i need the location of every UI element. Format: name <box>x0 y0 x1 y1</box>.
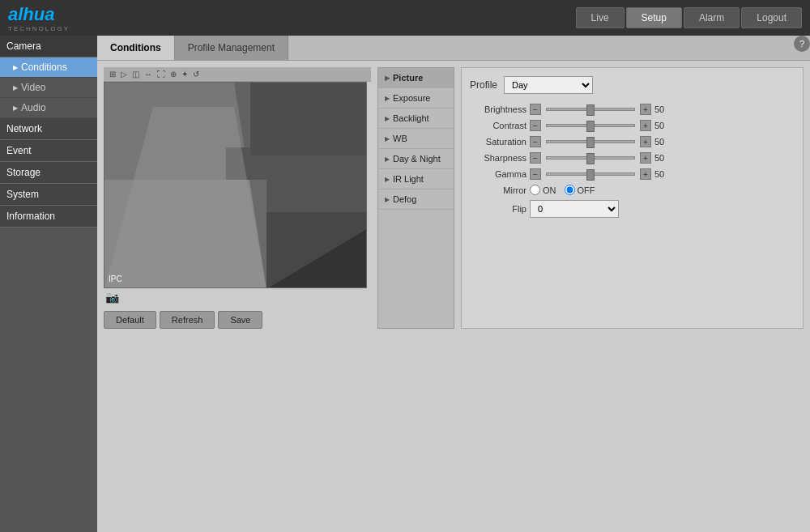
toolbar-icon-4[interactable]: ↔ <box>142 69 155 79</box>
sidebar-item-audio[interactable]: ▶ Audio <box>0 98 97 118</box>
saturation-plus-button[interactable]: + <box>640 136 651 147</box>
settings-item-picture[interactable]: ▶ Picture <box>378 68 454 88</box>
sidebar-section-information[interactable]: Information <box>0 206 97 228</box>
conditions-arrow-icon: ▶ <box>13 64 18 71</box>
live-button[interactable]: Live <box>576 7 625 28</box>
sidebar-section-network-label: Network <box>6 123 42 134</box>
help-icon[interactable]: ? <box>794 36 810 52</box>
tab-profile-management[interactable]: Profile Management <box>175 36 288 60</box>
sidebar-section-event[interactable]: Event <box>0 140 97 162</box>
tab-bar: Conditions Profile Management ? <box>97 36 810 61</box>
setup-button[interactable]: Setup <box>626 7 682 28</box>
sharpness-plus-button[interactable]: + <box>640 152 651 164</box>
main-layout: Camera ▶ Conditions ▶ Video ▶ Audio Netw… <box>0 36 810 532</box>
contrast-plus-button[interactable]: + <box>640 120 651 131</box>
ir-light-arrow-icon: ▶ <box>385 176 390 183</box>
settings-item-backlight-label: Backlight <box>393 113 429 123</box>
mirror-row: Mirror ON OFF <box>470 185 795 195</box>
brightness-thumb[interactable] <box>586 104 595 116</box>
save-button[interactable]: Save <box>218 311 262 329</box>
settings-item-day-night-label: Day & Night <box>393 154 441 164</box>
gamma-minus-button[interactable]: − <box>530 168 541 180</box>
settings-item-ir-light[interactable]: ▶ IR Light <box>378 169 454 189</box>
gamma-track[interactable] <box>546 172 635 176</box>
flip-select[interactable]: 0 90 180 270 <box>530 200 619 218</box>
sidebar-section-storage-label: Storage <box>6 167 40 178</box>
saturation-value: 50 <box>654 137 674 147</box>
gamma-label: Gamma <box>470 169 526 179</box>
settings-item-day-night[interactable]: ▶ Day & Night <box>378 149 454 169</box>
settings-item-defog-label: Defog <box>393 194 416 204</box>
sidebar-item-conditions[interactable]: ▶ Conditions <box>0 57 97 78</box>
toolbar-icon-3[interactable]: ◫ <box>130 69 142 79</box>
sidebar-section-network[interactable]: Network <box>0 118 97 140</box>
toolbar-icon-1[interactable]: ⊞ <box>107 69 118 79</box>
mirror-on-radio[interactable] <box>530 185 540 195</box>
mirror-off-option[interactable]: OFF <box>565 185 595 195</box>
settings-item-defog[interactable]: ▶ Defog <box>378 189 454 210</box>
toolbar-icon-5[interactable]: ⛶ <box>155 69 168 79</box>
brightness-plus-button[interactable]: + <box>640 104 651 115</box>
gamma-plus-button[interactable]: + <box>640 168 651 180</box>
snapshot-icon[interactable]: 📷 <box>105 291 119 304</box>
day-night-arrow-icon: ▶ <box>385 155 390 163</box>
mirror-off-radio[interactable] <box>565 185 575 195</box>
backlight-arrow-icon: ▶ <box>385 115 390 122</box>
sidebar-section-system-label: System <box>6 189 39 200</box>
contrast-thumb[interactable] <box>586 121 595 132</box>
contrast-track[interactable] <box>546 124 635 127</box>
tab-conditions[interactable]: Conditions <box>97 36 175 60</box>
saturation-thumb[interactable] <box>586 137 595 148</box>
saturation-track[interactable] <box>546 140 635 143</box>
logout-button[interactable]: Logout <box>741 7 802 28</box>
brightness-row: Brightness − + 50 <box>470 104 795 115</box>
toolbar-icon-7[interactable]: ✦ <box>179 69 190 79</box>
brightness-track[interactable] <box>546 108 635 111</box>
brightness-minus-button[interactable]: − <box>530 104 541 115</box>
alarm-button[interactable]: Alarm <box>684 7 740 28</box>
sidebar-section-system[interactable]: System <box>0 184 97 206</box>
default-button[interactable]: Default <box>104 311 156 329</box>
saturation-minus-button[interactable]: − <box>530 136 541 147</box>
refresh-button[interactable]: Refresh <box>160 311 215 329</box>
gamma-thumb[interactable] <box>586 169 595 181</box>
profile-select[interactable]: Day Night Normal <box>504 76 593 94</box>
sidebar-section-camera-label: Camera <box>6 40 41 52</box>
profile-label: Profile <box>470 79 497 91</box>
contrast-row: Contrast − + 50 <box>470 120 795 131</box>
settings-item-exposure[interactable]: ▶ Exposure <box>378 88 454 109</box>
settings-item-wb-label: WB <box>393 134 407 143</box>
settings-item-backlight[interactable]: ▶ Backlight <box>378 109 454 129</box>
camera-preview: IPC <box>104 82 367 288</box>
snapshot-row: 📷 <box>104 288 371 306</box>
sidebar-section-camera[interactable]: Camera <box>0 36 97 57</box>
gamma-row: Gamma − + 50 <box>470 168 795 180</box>
sharpness-thumb[interactable] <box>586 153 595 164</box>
profile-row: Profile Day Night Normal <box>470 76 795 94</box>
mirror-on-option[interactable]: ON <box>530 185 556 195</box>
toolbar-icon-2[interactable]: ▷ <box>118 69 130 79</box>
audio-arrow-icon: ▶ <box>13 104 18 112</box>
sidebar-section-storage[interactable]: Storage <box>0 162 97 184</box>
settings-item-exposure-label: Exposure <box>393 93 430 103</box>
main-panel: ⊞ ▷ ◫ ↔ ⛶ ⊕ ✦ ↺ <box>97 61 810 335</box>
contrast-minus-button[interactable]: − <box>530 120 541 131</box>
settings-item-picture-label: Picture <box>393 73 423 83</box>
camera-toolbar: ⊞ ▷ ◫ ↔ ⛶ ⊕ ✦ ↺ <box>104 67 371 82</box>
header: alhua TECHNOLOGY Live Setup Alarm Logout <box>0 0 810 36</box>
toolbar-icon-8[interactable]: ↺ <box>190 69 202 79</box>
sharpness-minus-button[interactable]: − <box>530 152 541 164</box>
defog-arrow-icon: ▶ <box>385 196 390 203</box>
toolbar-icon-6[interactable]: ⊕ <box>168 69 179 79</box>
camera-overlay-label: IPC <box>109 275 122 283</box>
sharpness-value: 50 <box>654 153 674 163</box>
settings-item-ir-light-label: IR Light <box>393 174 424 184</box>
nav-buttons: Live Setup Alarm Logout <box>576 7 802 28</box>
settings-item-wb[interactable]: ▶ WB <box>378 129 454 149</box>
mirror-on-label: ON <box>543 185 556 195</box>
settings-menu: ▶ Picture ▶ Exposure ▶ Backlight ▶ WB ▶ <box>377 67 454 329</box>
sidebar-item-video[interactable]: ▶ Video <box>0 78 97 98</box>
sharpness-track[interactable] <box>546 156 635 160</box>
logo: alhua TECHNOLOGY <box>8 4 70 32</box>
sharpness-row: Sharpness − + 50 <box>470 152 795 164</box>
